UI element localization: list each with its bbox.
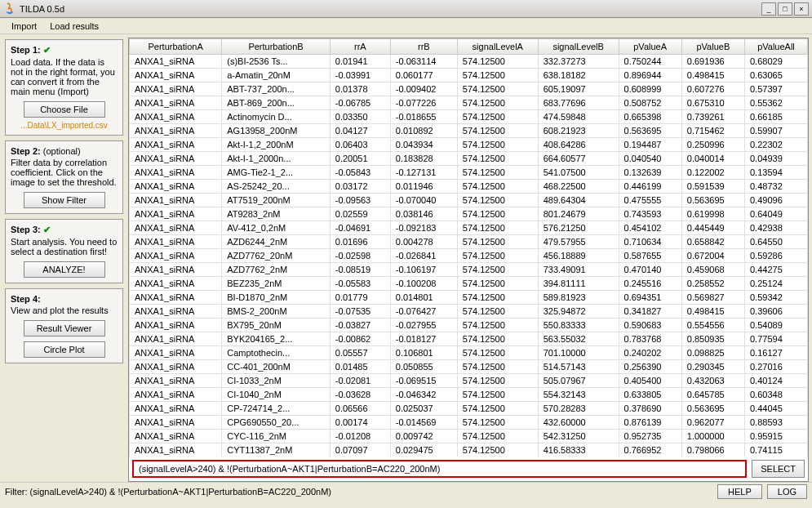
- table-row[interactable]: ANXA1_siRNACYT11387_2nM0.070970.02947557…: [130, 443, 808, 457]
- table-cell: 0.850935: [681, 332, 744, 346]
- table-row[interactable]: ANXA1_siRNAAT7519_200nM-0.09563-0.070040…: [130, 194, 808, 207]
- table-cell: 589.81923: [538, 291, 619, 305]
- table-row[interactable]: ANXA1_siRNAa-Amatin_20nM-0.039910.060177…: [130, 69, 808, 82]
- column-header[interactable]: signalLevelA: [457, 39, 538, 55]
- circle-plot-button[interactable]: Circle Plot: [24, 341, 105, 358]
- table-cell: 0.290345: [681, 360, 744, 374]
- table-row[interactable]: ANXA1_siRNAABT-869_200n...-0.06785-0.077…: [130, 96, 808, 110]
- close-button[interactable]: ×: [794, 2, 809, 16]
- column-header[interactable]: PerturbationB: [222, 39, 331, 55]
- table-cell: 542.31250: [538, 430, 619, 443]
- table-row[interactable]: ANXA1_siRNACC-401_200nM0.014850.05085557…: [130, 360, 808, 374]
- table-row[interactable]: ANXA1_siRNACP-724714_2...0.065660.025037…: [130, 402, 808, 416]
- table-cell: 0.106801: [390, 346, 457, 360]
- table-cell: 408.64286: [538, 138, 619, 152]
- table-cell: 574.12500: [457, 194, 538, 207]
- table-cell: 0.029475: [390, 443, 457, 457]
- table-cell: 0.01485: [330, 360, 390, 374]
- table-cell: 0.896944: [619, 69, 681, 82]
- table-cell: ANXA1_siRNA: [130, 180, 222, 194]
- table-cell: -0.05583: [330, 277, 390, 291]
- table-row[interactable]: ANXA1_siRNAAMG-Tie2-1_2...-0.05843-0.127…: [130, 166, 808, 180]
- table-row[interactable]: ANXA1_siRNACI-1033_2nM-0.02081-0.0695155…: [130, 374, 808, 388]
- table-cell: ANXA1_siRNA: [130, 388, 222, 402]
- table-cell: Actinomycin D...: [222, 110, 331, 124]
- table-row[interactable]: ANXA1_siRNACYC-116_2nM-0.012080.00974257…: [130, 430, 808, 443]
- table-cell: 574.12500: [457, 305, 538, 319]
- minimize-button[interactable]: _: [761, 2, 776, 16]
- column-header[interactable]: pValueB: [681, 39, 744, 55]
- table-row[interactable]: ANXA1_siRNABI-D1870_2nM0.017790.01480157…: [130, 291, 808, 305]
- table-row[interactable]: ANXA1_siRNAAS-25242_20...0.031720.011946…: [130, 180, 808, 194]
- table-cell: 0.060177: [390, 69, 457, 82]
- table-cell: 0.694351: [619, 291, 681, 305]
- menu-load-results[interactable]: Load results: [43, 20, 105, 33]
- log-button[interactable]: LOG: [767, 484, 807, 499]
- choose-file-button[interactable]: Choose File: [24, 101, 105, 118]
- table-row[interactable]: ANXA1_siRNAAkt-I-1_2000n...0.200510.1838…: [130, 152, 808, 166]
- help-button[interactable]: HELP: [717, 484, 762, 499]
- titlebar: TILDA 0.5d _ □ ×: [0, 0, 812, 18]
- table-cell: 0.39606: [745, 305, 808, 319]
- step1-desc: Load data. If the data is not in the rig…: [11, 57, 118, 96]
- column-header[interactable]: signalLevelB: [538, 39, 619, 55]
- table-row[interactable]: ANXA1_siRNAABT-737_200n...0.01378-0.0094…: [130, 82, 808, 96]
- column-header[interactable]: pValueA: [619, 39, 681, 55]
- table-cell: 0.710634: [619, 235, 681, 249]
- table-row[interactable]: ANXA1_siRNACI-1040_2nM-0.03628-0.0463425…: [130, 388, 808, 402]
- table-cell: CI-1033_2nM: [222, 374, 331, 388]
- table-cell: 664.60577: [538, 152, 619, 166]
- table-row[interactable]: ANXA1_siRNA(s)BI-2536 Ts...0.01941-0.063…: [130, 55, 808, 69]
- table-row[interactable]: ANXA1_siRNABX795_20nM-0.03827-0.02795557…: [130, 319, 808, 332]
- table-cell: -0.076427: [390, 305, 457, 319]
- menu-import[interactable]: Import: [5, 20, 43, 33]
- table-row[interactable]: ANXA1_siRNAAZD7762_20nM-0.02598-0.026841…: [130, 249, 808, 263]
- table-cell: 0.665398: [619, 110, 681, 124]
- table-row[interactable]: ANXA1_siRNAAZD6244_2nM0.016960.004278574…: [130, 235, 808, 249]
- table-row[interactable]: ANXA1_siRNACPG690550_20...0.00174-0.0145…: [130, 416, 808, 430]
- table-row[interactable]: ANXA1_siRNAAG13958_200nM0.041270.0108925…: [130, 124, 808, 138]
- table-row[interactable]: ANXA1_siRNAActinomycin D...0.03350-0.018…: [130, 110, 808, 124]
- table-row[interactable]: ANXA1_siRNABYK204165_2...-0.00862-0.0181…: [130, 332, 808, 346]
- table-cell: 574.12500: [457, 124, 538, 138]
- table-cell: 0.44045: [745, 402, 808, 416]
- filter-input[interactable]: [132, 460, 747, 478]
- table-cell: 0.183828: [390, 152, 457, 166]
- column-header[interactable]: rrB: [390, 39, 457, 55]
- maximize-button[interactable]: □: [778, 2, 792, 16]
- table-cell: 574.12500: [457, 346, 538, 360]
- select-button[interactable]: SELECT: [752, 460, 805, 478]
- table-row[interactable]: ANXA1_siRNAAT9283_2nM0.025590.038146574.…: [130, 207, 808, 221]
- table-cell: BMS-2_200nM: [222, 305, 331, 319]
- column-header[interactable]: pValueAll: [745, 39, 808, 55]
- table-row[interactable]: ANXA1_siRNAAkt-I-1,2_200nM0.064030.04393…: [130, 138, 808, 152]
- show-filter-button[interactable]: Show Filter: [24, 192, 105, 208]
- table-row[interactable]: ANXA1_siRNACamptothecin...0.055570.10680…: [130, 346, 808, 360]
- table-cell: 541.07500: [538, 166, 619, 180]
- table-cell: 0.77594: [745, 332, 808, 346]
- table-cell: AZD7762_20nM: [222, 249, 331, 263]
- table-cell: 733.49091: [538, 263, 619, 277]
- table-cell: ANXA1_siRNA: [130, 332, 222, 346]
- table-cell: 0.563695: [681, 402, 744, 416]
- table-cell: ANXA1_siRNA: [130, 360, 222, 374]
- table-row[interactable]: ANXA1_siRNAAV-412_0,2nM-0.04691-0.092183…: [130, 221, 808, 235]
- data-grid[interactable]: PerturbationAPerturbationBrrArrBsignalLe…: [129, 38, 808, 457]
- result-viewer-button[interactable]: Result Viewer: [24, 320, 105, 336]
- analyze-button[interactable]: ANALYZE!: [24, 261, 105, 278]
- column-header[interactable]: PerturbationA: [130, 39, 222, 55]
- table-cell: 608.21923: [538, 124, 619, 138]
- table-cell: 638.18182: [538, 69, 619, 82]
- table-row[interactable]: ANXA1_siRNAAZD7762_2nM-0.08519-0.1061975…: [130, 263, 808, 277]
- table-row[interactable]: ANXA1_siRNABMS-2_200nM-0.07535-0.0764275…: [130, 305, 808, 319]
- column-header[interactable]: rrA: [330, 39, 390, 55]
- table-cell: ANXA1_siRNA: [130, 69, 222, 82]
- table-cell: 574.12500: [457, 277, 538, 291]
- table-row[interactable]: ANXA1_siRNABEZ235_2nM-0.05583-0.10020857…: [130, 277, 808, 291]
- table-cell: 479.57955: [538, 235, 619, 249]
- table-cell: 574.12500: [457, 388, 538, 402]
- step3-title: Step 3:: [11, 225, 41, 234]
- table-cell: ANXA1_siRNA: [130, 138, 222, 152]
- table-cell: -0.046342: [390, 388, 457, 402]
- table-cell: 574.12500: [457, 166, 538, 180]
